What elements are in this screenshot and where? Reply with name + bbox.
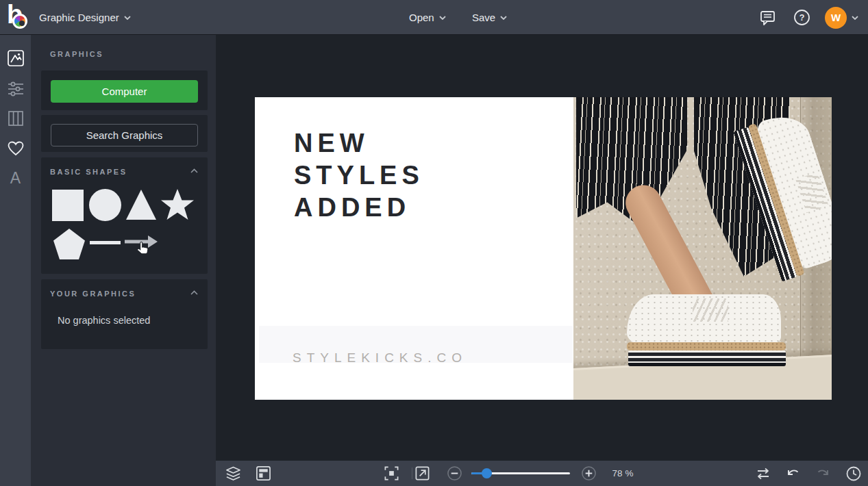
chevron-down-icon <box>852 16 858 20</box>
rail-item-graphics[interactable] <box>0 43 31 73</box>
rail-item-text[interactable]: A <box>0 163 31 193</box>
account-menu[interactable]: W <box>825 0 858 35</box>
canvas-photo[interactable] <box>573 97 832 400</box>
compare-icon <box>755 465 771 482</box>
zoom-out-icon <box>447 465 462 481</box>
zoom-out-button[interactable] <box>446 465 463 482</box>
heart-icon <box>7 140 25 157</box>
redo-button[interactable] <box>814 465 831 482</box>
sliders-icon <box>7 80 25 98</box>
feedback-button[interactable] <box>759 0 776 35</box>
canvas-manager-button[interactable] <box>255 465 272 482</box>
redo-icon <box>815 465 831 482</box>
computer-upload-button[interactable]: Computer <box>51 80 198 103</box>
canvas-brand-text[interactable]: STYLEKICKS.CO <box>293 350 467 366</box>
search-graphics-button[interactable]: Search Graphics <box>51 124 198 146</box>
design-canvas[interactable]: NEW STYLES ADDED STYLEKICKS.CO <box>255 97 832 400</box>
shape-circle[interactable] <box>89 189 121 221</box>
help-button[interactable]: ? <box>793 0 810 35</box>
account-avatar: W <box>825 7 847 29</box>
columns-icon <box>7 110 25 127</box>
collapse-chevron-icon[interactable] <box>190 168 198 173</box>
layers-button[interactable] <box>225 465 242 482</box>
your-graphics-title: YOUR GRAPHICS <box>50 290 136 298</box>
toolbar-divider <box>412 468 412 479</box>
logo-color-wheel-icon <box>12 14 27 29</box>
headline-line-2: STYLES <box>294 159 424 192</box>
zoom-in-icon <box>581 465 597 481</box>
preview-button[interactable] <box>414 465 431 482</box>
shape-line[interactable] <box>90 241 121 244</box>
zoom-slider-thumb[interactable] <box>482 468 492 478</box>
tool-rail: A <box>0 35 31 486</box>
help-icon: ? <box>793 9 810 26</box>
fit-to-screen-button[interactable] <box>383 465 400 482</box>
save-label: Save <box>472 0 495 35</box>
standing-shoe <box>627 294 786 367</box>
open-label: Open <box>409 0 434 35</box>
undo-button[interactable] <box>784 465 802 482</box>
shoe-laces <box>693 298 728 322</box>
befunky-logo-icon[interactable]: b <box>5 3 34 33</box>
canvas-manager-icon <box>256 465 271 481</box>
shape-arrow[interactable] <box>125 234 158 249</box>
shape-triangle[interactable] <box>125 188 158 221</box>
shoe-jute-midsole <box>627 342 786 350</box>
chevron-down-icon <box>124 16 131 20</box>
workspace[interactable]: NEW STYLES ADDED STYLEKICKS.CO <box>216 35 868 461</box>
bottom-toolbar: 78 % <box>216 461 868 486</box>
mode-label: Graphic Designer <box>39 0 119 35</box>
shape-star[interactable] <box>160 188 195 222</box>
chevron-down-icon <box>439 16 446 20</box>
panel-title: GRAPHICS <box>50 50 103 58</box>
zoom-percentage: 78 % <box>604 461 642 486</box>
chevron-down-icon <box>500 16 507 20</box>
svg-text:?: ? <box>799 13 805 23</box>
your-graphics-section: YOUR GRAPHICS No graphics selected <box>41 279 208 349</box>
layers-icon <box>225 465 241 481</box>
top-bar: b Graphic Designer Open Save ? W <box>0 0 868 35</box>
open-new-icon <box>414 465 430 481</box>
history-button[interactable] <box>845 465 862 482</box>
compare-button[interactable] <box>754 465 771 482</box>
empty-graphics-message: No graphics selected <box>58 315 150 326</box>
graphics-panel: GRAPHICS Computer Search Graphics BASIC … <box>31 35 216 486</box>
open-menu-button[interactable]: Open <box>409 0 446 35</box>
basic-shapes-title: BASIC SHAPES <box>50 168 127 176</box>
headline-line-3: ADDED <box>294 192 424 224</box>
rail-item-favorites[interactable] <box>0 133 31 164</box>
shape-pentagon[interactable] <box>52 227 86 261</box>
undo-icon <box>785 465 802 482</box>
canvas-headline[interactable]: NEW STYLES ADDED <box>294 127 424 224</box>
text-tool-icon: A <box>10 169 21 188</box>
graphics-icon <box>7 49 25 67</box>
collapse-chevron-icon[interactable] <box>190 290 198 295</box>
save-menu-button[interactable]: Save <box>472 0 507 35</box>
zoom-in-button[interactable] <box>580 465 597 482</box>
feedback-icon <box>759 9 776 26</box>
history-icon <box>845 465 862 482</box>
mode-switcher[interactable]: Graphic Designer <box>39 0 131 35</box>
fit-screen-icon <box>384 465 399 481</box>
headline-line-1: NEW <box>294 127 424 159</box>
rail-item-adjustments[interactable] <box>0 74 31 104</box>
shape-square[interactable] <box>52 190 84 221</box>
basic-shapes-section: BASIC SHAPES <box>41 157 208 274</box>
rail-item-layouts[interactable] <box>0 103 31 133</box>
shoe-striped-sole <box>628 350 786 366</box>
